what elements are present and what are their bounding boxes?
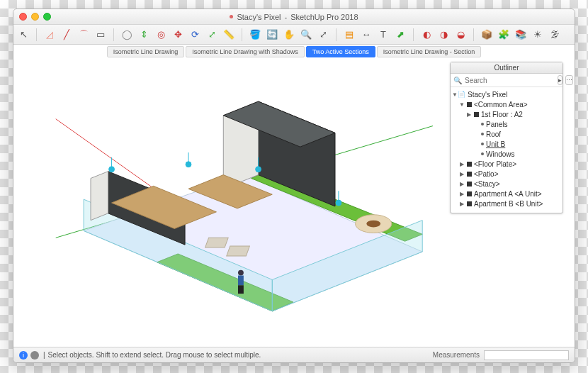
outliner-expand-all-button[interactable]: ▸	[558, 75, 562, 85]
component-icon	[474, 112, 479, 117]
group-icon	[481, 133, 484, 135]
svg-point-26	[238, 270, 244, 276]
tool-tape-icon[interactable]: 📏	[223, 29, 234, 40]
tree-node[interactable]: ▼ <Common Area>	[452, 99, 561, 109]
tool-pushpull-icon[interactable]: ⇕	[138, 29, 149, 40]
outliner-search-input[interactable]	[465, 77, 555, 84]
disclosure-triangle-icon[interactable]: ▶	[459, 161, 465, 167]
close-button[interactable]	[19, 13, 27, 21]
tool-walk-icon[interactable]: ◐	[421, 29, 432, 40]
tool-zoom-extents-icon[interactable]: ⤢	[317, 29, 329, 40]
group-icon	[481, 123, 484, 126]
tool-layers-icon[interactable]: 📚	[515, 29, 526, 40]
toolbar-separator	[113, 28, 114, 41]
tool-extension-icon[interactable]: 🧩	[498, 29, 509, 40]
model-geometry	[42, 59, 433, 347]
tree-label: <Common Area>	[474, 101, 528, 108]
minimize-button[interactable]	[31, 13, 39, 21]
disclosure-triangle-icon[interactable]: ▶	[459, 181, 465, 187]
maximize-button[interactable]	[43, 13, 51, 21]
tool-rotate-icon[interactable]: ⟳	[189, 29, 200, 40]
tree-node[interactable]: Windows	[452, 149, 561, 159]
tool-circle-icon[interactable]: ◯	[121, 29, 132, 40]
toolbar-separator	[336, 28, 337, 41]
tool-axes-icon[interactable]: ⬈	[395, 29, 406, 40]
tool-position-icon[interactable]: ◒	[455, 29, 466, 40]
tool-move-icon[interactable]: ✥	[172, 29, 183, 40]
tree-label: Apartment B <B Unit>	[474, 200, 543, 208]
tool-text-icon[interactable]: T	[378, 29, 389, 40]
tree-node[interactable]: Roof	[452, 129, 561, 139]
component-icon	[467, 102, 472, 107]
tree-node-root[interactable]: ▼ 📄 Stacy's Pixel	[452, 89, 561, 99]
outliner-options-button[interactable]: ⋯	[565, 75, 573, 85]
tree-label: Roof	[486, 130, 501, 138]
user-avatar-icon[interactable]	[30, 351, 39, 360]
tool-offset-icon[interactable]: ◎	[155, 29, 166, 40]
tree-node[interactable]: ▶ 1st Floor : A2	[452, 109, 561, 119]
tool-shadows-icon[interactable]: ☀	[532, 29, 543, 40]
status-hint: Select objects. Shift to extend select. …	[48, 351, 433, 359]
tool-dimension-icon[interactable]: ↔	[361, 29, 372, 40]
disclosure-triangle-icon[interactable]: ▶	[459, 171, 465, 177]
svg-rect-28	[238, 285, 244, 294]
tool-fog-icon[interactable]: 🌫	[549, 29, 560, 40]
disclosure-triangle-icon[interactable]: ▶	[459, 191, 465, 197]
tree-label: Windows	[486, 150, 515, 158]
tree-node[interactable]: Panels	[452, 119, 561, 129]
outliner-tree: ▼ 📄 Stacy's Pixel ▼ <Common Area> ▶ 1st …	[451, 87, 562, 213]
tree-label: Panels	[486, 121, 508, 128]
tree-node[interactable]: ▶ Apartment B <B Unit>	[452, 199, 561, 208]
component-icon	[467, 162, 472, 167]
tool-warehouse-icon[interactable]: 📦	[481, 29, 492, 40]
tree-node[interactable]: ▶ Apartment A <A Unit>	[452, 189, 561, 199]
tool-arc-icon[interactable]: ⌒	[78, 29, 89, 40]
disclosure-triangle-icon[interactable]: ▶	[459, 201, 465, 207]
scene-tab[interactable]: Isometric Line Drawing with Shadows	[186, 46, 305, 57]
svg-rect-14	[205, 238, 229, 247]
tree-node[interactable]: ▶ <Stacy>	[452, 179, 561, 189]
svg-marker-11	[91, 172, 108, 221]
tree-node[interactable]: ▶ <Floor Plate>	[452, 159, 561, 169]
tool-paint-icon[interactable]: 🪣	[249, 29, 261, 40]
group-icon	[481, 143, 484, 145]
tool-pan-icon[interactable]: ✋	[283, 29, 295, 40]
tool-rectangle-icon[interactable]: ▭	[95, 29, 106, 40]
tool-zoom-icon[interactable]: 🔍	[300, 29, 312, 40]
disclosure-triangle-icon[interactable]: ▶	[466, 111, 472, 118]
tool-line-icon[interactable]: ╱	[61, 29, 72, 40]
document-name: Stacy's Pixel	[237, 13, 281, 21]
tool-eraser-icon[interactable]: ◿	[44, 29, 55, 40]
tool-select-icon[interactable]: ↖	[18, 29, 29, 40]
outliner-panel[interactable]: Outliner 🔍 ▸ ⋯ ▼ 📄 Stacy's Pixel ▼ <Comm…	[450, 62, 563, 213]
tool-look-icon[interactable]: ◑	[438, 29, 449, 40]
scene-tab[interactable]: Isometric Line Drawing - Section	[377, 46, 482, 57]
svg-rect-27	[238, 276, 244, 286]
tool-orbit-icon[interactable]: 🔄	[266, 29, 278, 40]
titlebar[interactable]: Stacy's Pixel - SketchUp Pro 2018	[13, 9, 575, 25]
svg-point-17	[366, 221, 380, 228]
component-icon	[467, 201, 472, 206]
toolbar-separator	[242, 28, 242, 41]
search-icon: 🔍	[453, 77, 462, 84]
measurements-input[interactable]	[484, 350, 569, 360]
disclosure-triangle-icon[interactable]: ▼	[459, 101, 465, 108]
tree-node[interactable]: Unit B	[452, 139, 561, 149]
status-bar: i | Select objects. Shift to extend sele…	[13, 347, 575, 362]
tree-node[interactable]: ▶ <Patio>	[452, 169, 561, 179]
info-icon[interactable]: i	[19, 351, 28, 360]
component-icon	[467, 172, 472, 177]
scene-tab[interactable]: Isometric Line Drawing	[107, 46, 185, 57]
3d-viewport[interactable]: Outliner 🔍 ▸ ⋯ ▼ 📄 Stacy's Pixel ▼ <Comm…	[13, 59, 575, 347]
main-toolbar: ↖ ◿ ╱ ⌒ ▭ ◯ ⇕ ◎ ✥ ⟳ ⤢ 📏 🪣 🔄 ✋ 🔍 ⤢ ▤ ↔ T …	[13, 25, 575, 45]
tool-section-icon[interactable]: ▤	[344, 29, 355, 40]
outliner-title[interactable]: Outliner	[451, 62, 562, 74]
tree-label: <Stacy>	[474, 180, 500, 188]
svg-rect-15	[227, 246, 250, 256]
app-name: SketchUp Pro 2018	[290, 13, 358, 21]
scene-tab-active[interactable]: Two Active Sections	[306, 46, 375, 57]
disclosure-triangle-icon[interactable]: ▼	[452, 91, 458, 98]
tool-scale-icon[interactable]: ⤢	[206, 29, 217, 40]
outliner-search-row: 🔍 ▸ ⋯	[451, 74, 562, 87]
measurements-label: Measurements	[433, 351, 480, 359]
